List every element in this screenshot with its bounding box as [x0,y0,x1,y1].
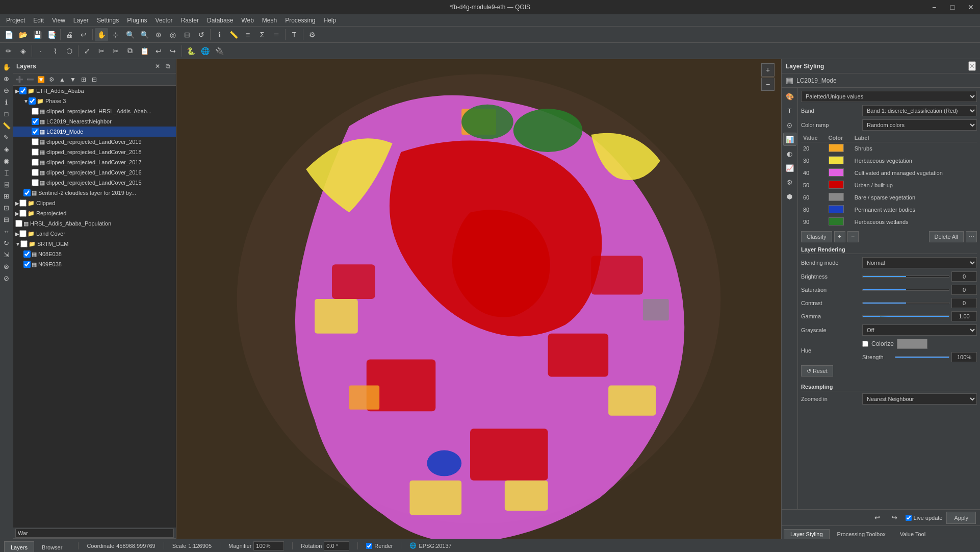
mask-tab[interactable]: ⊙ [783,118,796,132]
reset-button[interactable]: ↺ Reset [801,365,833,377]
plugin2-button[interactable]: 🔌 [213,44,226,58]
layer-checkbox-lc2019[interactable] [32,138,39,145]
collapse-all-button[interactable]: ⊟ [89,74,99,85]
layer-item-phase3[interactable]: ▼ 📁Phase 3 [13,96,176,106]
menubar-item-view[interactable]: View [48,16,69,25]
layers-close-button[interactable]: ✕ [152,61,163,71]
color-table-row-5[interactable]: 80Permanent water bodies [801,204,977,216]
save-as-button[interactable]: 📑 [45,28,58,41]
layer-checkbox-srtm_dem[interactable] [20,240,28,247]
fill-ring-tool[interactable]: ⊟ [1,214,12,225]
layer-item-n09e038[interactable]: ▦N09E038 [13,259,176,269]
hue-color-swatch[interactable] [897,339,927,349]
layer-checkbox-n09e038[interactable] [23,261,31,268]
remove-layer-button[interactable]: ➖ [25,74,35,85]
layer-item-lc2017[interactable]: ▦clipped_reprojected_LandCover_2017 [13,157,176,167]
print-button[interactable]: 🖨 [63,28,76,41]
select-button[interactable]: ⊹ [109,28,122,41]
apply-button[interactable]: Apply [946,512,976,524]
zoom-selection-button[interactable]: ⊟ [180,28,194,41]
expand-arrow-srtm_dem[interactable]: ▼ [15,241,20,247]
tab-browser[interactable]: Browser [35,541,69,553]
layer-item-eth_addis[interactable]: ▶ 📁ETH_Addis_Ababa [13,86,176,96]
scale-tool[interactable]: ⇲ [1,249,12,260]
identify-button[interactable]: ℹ [213,28,226,41]
histogram2-tab[interactable]: 📈 [783,161,796,174]
zoom-full-button[interactable]: ⊕ [152,28,165,41]
menubar-item-layer[interactable]: Layer [69,16,93,25]
add-layer-button[interactable]: ➕ [14,74,24,85]
pyramids-tab[interactable]: ⬢ [783,190,796,203]
band-select[interactable]: Band 1: discrete_classification (Red) [862,105,977,116]
color-table-row-4[interactable]: 60Bare / sparse vegetation [801,191,977,204]
gamma-value[interactable] [951,311,977,321]
snap-tool[interactable]: ⊘ [1,272,12,284]
colorize-checkbox[interactable] [862,341,868,347]
filter-layer-button[interactable]: 🔽 [36,74,46,85]
save-button[interactable]: 💾 [31,28,44,41]
layer-checkbox-lc2018[interactable] [32,148,39,156]
vertex-tool[interactable]: ◉ [1,155,12,166]
tab-processing-toolbox[interactable]: Processing Toolbox [831,529,892,539]
zoom-in-tool[interactable]: ⊕ [1,73,12,84]
color-swatch-4[interactable] [829,193,844,201]
reshape-tool[interactable]: ⌸ [1,179,12,190]
layer-checkbox-lc2016[interactable] [32,169,39,176]
layer-item-lc2019[interactable]: ▦clipped_reprojected_LandCover_2019 [13,137,176,147]
layer-checkbox-lc2019_nn[interactable] [32,118,39,125]
color-table-row-0[interactable]: 20Shrubs [801,142,977,155]
map-zoom-in-button[interactable]: + [761,63,775,77]
remove-class-button[interactable]: − [847,231,859,242]
redo-styling-button[interactable]: ↪ [888,511,901,524]
expand-arrow-reprojected[interactable]: ▶ [15,211,19,216]
delete-all-button[interactable]: Delete All [929,231,964,242]
layer-item-lc2019_mode[interactable]: ▦LC2019_Mode [13,127,176,137]
browser2-button[interactable]: 🌐 [198,44,212,58]
menubar-item-project[interactable]: Project [2,16,29,25]
close-button[interactable]: ✕ [962,0,980,14]
histogram-tab[interactable]: 📊 [783,133,796,146]
gamma-slider[interactable] [862,315,949,317]
reverse-tool[interactable]: ↔ [1,225,12,237]
attributes-button[interactable]: ≡ [241,28,254,41]
layer-checkbox-lc2019_mode[interactable] [32,128,39,135]
layer-item-sentinel[interactable]: ▦Sentinel-2 cloudless layer for 2019 by.… [13,188,176,198]
copy-button[interactable]: ⧉ [123,44,137,58]
zoom-layer-button[interactable]: ◎ [166,28,179,41]
layer-styling-close-button[interactable]: ✕ [968,61,976,71]
add-annotation-tool[interactable]: ✎ [1,132,12,143]
classify-button[interactable]: Classify [801,231,832,242]
label-button[interactable]: T [288,28,301,41]
layers-search-input[interactable] [15,529,174,538]
minimize-button[interactable]: − [925,0,943,14]
color-table-row-1[interactable]: 30Herbaceous vegetation [801,155,977,167]
tab-value-tool[interactable]: Value Tool [893,529,932,539]
magnifier-input[interactable] [253,541,284,550]
menubar-item-edit[interactable]: Edit [29,16,48,25]
layer-checkbox-phase3[interactable] [29,97,36,105]
contrast-value[interactable] [951,298,977,308]
cut-button[interactable]: ✂ [109,44,122,58]
brightness-value[interactable]: 0 [951,271,977,282]
add-poly-button[interactable]: ⬡ [63,44,76,58]
render-checkbox[interactable] [366,543,372,549]
menubar-item-database[interactable]: Database [203,16,237,25]
layer-checkbox-eth_addis[interactable] [19,87,27,94]
zoom-out-tool[interactable]: ⊖ [1,85,12,96]
menubar-item-mesh[interactable]: Mesh [258,16,281,25]
layer-checkbox-clipped[interactable] [19,199,27,207]
plugins-button[interactable]: ⚙ [305,28,319,41]
layer-item-lc2015[interactable]: ▦clipped_reprojected_LandCover_2015 [13,178,176,188]
rotate-tool[interactable]: ↻ [1,237,12,248]
saturation-slider[interactable] [862,289,949,291]
open-layer-props-button[interactable]: ⚙ [46,74,57,85]
layer-item-clipped[interactable]: ▶ 📁Clipped [13,198,176,208]
layer-item-n08e038[interactable]: ▦N08E038 [13,249,176,259]
pan-button[interactable]: ✋ [95,28,108,41]
color-ramp-select[interactable]: Random colors [862,119,977,131]
menubar-item-plugins[interactable]: Plugins [123,16,151,25]
redo-button[interactable]: ↪ [166,44,179,58]
symbology-tab[interactable]: 🎨 [783,90,796,103]
undo-button[interactable]: ↩ [77,28,90,41]
contrast-slider[interactable] [862,302,949,304]
